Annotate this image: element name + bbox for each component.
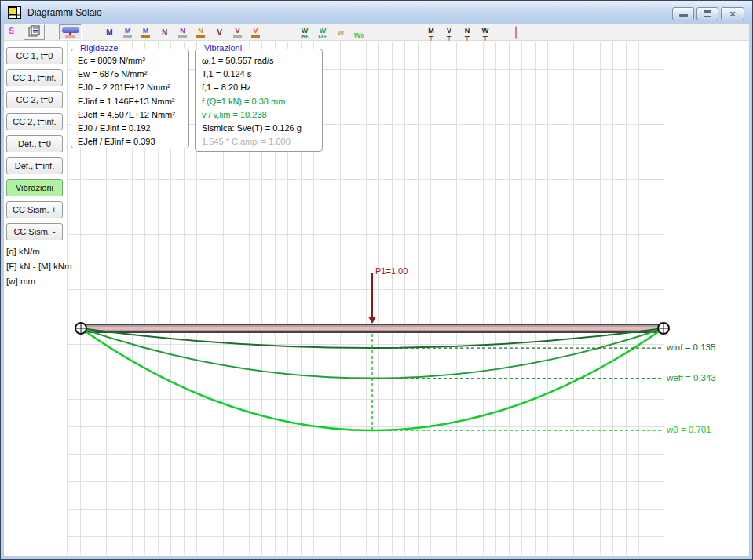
- button-sublabel: 0: [360, 34, 364, 38]
- vibrazioni-title: Vibrazioni: [202, 43, 244, 53]
- deflection-diagram-button[interactable]: W INF: [297, 25, 313, 41]
- print-report-icon: [28, 25, 41, 39]
- rigidezze-line: Ew = 6875 N/mm²: [71, 68, 188, 81]
- app-window: Diagrammi Solaio ×: [0, 0, 753, 560]
- button-letter: W: [302, 27, 309, 34]
- maximize-button[interactable]: [696, 7, 718, 20]
- button-letter: V: [253, 27, 258, 35]
- deflection-diagram-button[interactable]: W EFF: [315, 25, 331, 41]
- support-value-button[interactable]: W ┬: [477, 25, 493, 41]
- units-legend-line: [q] kN/m: [6, 247, 72, 256]
- button-letter: W: [354, 32, 361, 38]
- beam-schema-icon: [61, 26, 80, 38]
- variant-bar: [178, 35, 187, 38]
- support-value-button[interactable]: N ┬: [459, 25, 475, 41]
- button-letter: N: [180, 27, 185, 35]
- support-values-buttons-group: M ┬ V ┬ N ┬ W ┬: [423, 25, 493, 41]
- support-tee-icon: ┬: [429, 34, 433, 39]
- load-case-button[interactable]: CC Sism. -: [6, 223, 63, 240]
- vibrazioni-line: f,1 = 8.20 Hz: [196, 81, 322, 94]
- load-case-button[interactable]: CC 1, t=0: [6, 47, 63, 64]
- variant-bar: [141, 35, 150, 38]
- button-letter: V: [235, 27, 239, 35]
- load-case-button[interactable]: Def., t=inf.: [6, 157, 63, 174]
- button-letter: W: [320, 27, 327, 34]
- button-sublabel: INF: [301, 34, 309, 38]
- toolbar: M M M N: [4, 24, 749, 41]
- variant-bar: [123, 35, 132, 38]
- beam: [81, 324, 663, 333]
- shear-buttons-group: V V V: [212, 25, 263, 40]
- support-tee-icon: ┬: [447, 34, 451, 39]
- window-controls: ×: [672, 7, 744, 20]
- load-label: P1=1.00: [375, 266, 408, 276]
- units-legend-line: [F] kN - [M] kNm: [6, 262, 72, 271]
- axial-buttons-group: N N N: [157, 25, 208, 40]
- rigidezze-line: EJ0 = 2.201E+12 Nmm²: [71, 81, 188, 94]
- units-legend: [q] kN/m [F] kN - [M] kNm [w] mm: [6, 247, 72, 291]
- shear-diagram-button[interactable]: V: [230, 25, 245, 40]
- shear-diagram-button[interactable]: V: [212, 25, 227, 40]
- deflection-diagram-button[interactable]: W: [333, 25, 349, 41]
- moment-diagram-button[interactable]: M: [138, 25, 153, 40]
- variant-bar: [196, 35, 205, 38]
- vibrazioni-line: v / v,lim = 10.238: [196, 108, 322, 122]
- rigidezze-lines: Ec = 8009 N/mm² Ew = 6875 N/mm² EJ0 = 2.…: [71, 54, 188, 148]
- button-letter: V: [217, 28, 222, 37]
- erase-button[interactable]: [506, 27, 525, 38]
- minimize-icon: [679, 14, 688, 17]
- button-letter: N: [162, 28, 167, 37]
- button-letter: N: [198, 27, 203, 35]
- button-letter: W: [338, 30, 345, 36]
- weff-value-label: weff = 0.343: [667, 373, 716, 382]
- close-button[interactable]: ×: [721, 7, 744, 20]
- vibrazioni-lines: ω,1 = 50.557 rad/s T,1 = 0.124 s f,1 = 8…: [196, 54, 322, 148]
- minimize-button[interactable]: [672, 7, 694, 20]
- rigidezze-panel: Rigidezze Ec = 8009 N/mm² Ew = 6875 N/mm…: [71, 49, 189, 148]
- moment-diagram-button[interactable]: M: [120, 25, 135, 40]
- rigidezze-title: Rigidezze: [78, 43, 120, 53]
- variant-bar: [233, 35, 242, 38]
- eraser-icon: [515, 26, 517, 39]
- rigidezze-line: Ec = 8009 N/mm²: [71, 54, 188, 68]
- axial-diagram-button[interactable]: N: [193, 25, 208, 40]
- moment-diagram-button[interactable]: M: [102, 25, 117, 40]
- button-letter: M: [106, 28, 112, 37]
- close-icon: ×: [729, 9, 736, 19]
- beam-core-stripe: [81, 327, 663, 330]
- vibrazioni-line: T,1 = 0.124 s: [196, 68, 322, 81]
- load-case-button[interactable]: CC 2, t=inf.: [6, 113, 63, 130]
- app-icon: [8, 6, 21, 19]
- load-case-sidebar: CC 1, t=0 CC 1, t=inf. CC 2, t=0 CC 2, t…: [6, 47, 64, 245]
- stress-diagram-button[interactable]: S: [4, 24, 19, 38]
- load-case-button[interactable]: CC 1, t=inf.: [6, 69, 63, 86]
- support-value-button[interactable]: M ┬: [423, 25, 439, 41]
- w0-value-label: w0 = 0.701: [667, 425, 711, 434]
- deflection-buttons-group: W INF W EFF W W 0: [297, 25, 367, 41]
- vibrazioni-line: ω,1 = 50.557 rad/s: [196, 54, 322, 68]
- maximize-icon: [704, 10, 711, 17]
- load-case-button[interactable]: CC 2, t=0: [6, 91, 63, 108]
- moment-buttons-group: M M M: [102, 25, 153, 40]
- support-value-button[interactable]: V ┬: [441, 25, 457, 41]
- deflection-diagram-button[interactable]: W 0: [351, 25, 367, 41]
- button-letter: M: [125, 27, 131, 35]
- axial-diagram-button[interactable]: N: [157, 25, 172, 40]
- axial-diagram-button[interactable]: N: [175, 25, 190, 40]
- load-case-button[interactable]: Vibrazioni: [6, 179, 63, 196]
- print-report-button[interactable]: [24, 24, 45, 40]
- button-letter: M: [143, 27, 149, 35]
- shear-diagram-button[interactable]: V: [248, 25, 263, 40]
- vibrazioni-panel: Vibrazioni ω,1 = 50.557 rad/s T,1 = 0.12…: [195, 49, 323, 152]
- window-title: Diagrammi Solaio: [27, 7, 102, 18]
- rigidezze-line: EJ0 / EJinf = 0.192: [71, 122, 188, 135]
- load-case-button[interactable]: Def., t=0: [6, 135, 63, 152]
- load-case-button[interactable]: CC Sism. +: [6, 201, 63, 218]
- titlebar: Diagrammi Solaio ×: [1, 1, 752, 24]
- vibrazioni-line: 1.545 * C,ampl = 1.000: [196, 135, 322, 148]
- vibrazioni-line: Sismica: Sve(T) = 0.126 g: [196, 122, 322, 135]
- support-tee-icon: ┬: [465, 34, 470, 39]
- beam-schema-button[interactable]: [59, 24, 82, 40]
- winf-value-label: winf = 0.135: [667, 342, 715, 352]
- vibrazioni-line: f (Q=1 kN) = 0.38 mm: [196, 95, 322, 108]
